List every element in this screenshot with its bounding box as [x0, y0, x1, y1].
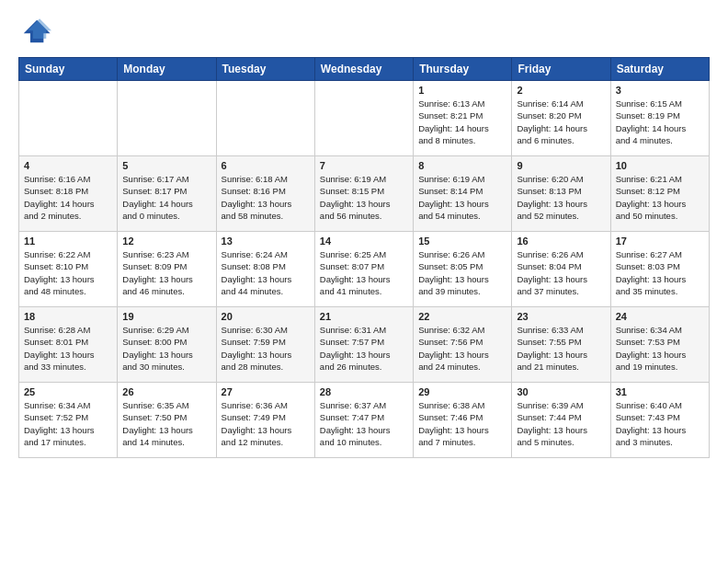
- day-number: 7: [320, 160, 408, 171]
- calendar-week-3: 11Sunrise: 6:22 AM Sunset: 8:10 PM Dayli…: [19, 232, 710, 307]
- calendar-cell: 3Sunrise: 6:15 AM Sunset: 8:19 PM Daylig…: [610, 81, 709, 156]
- calendar-cell: 17Sunrise: 6:27 AM Sunset: 8:03 PM Dayli…: [610, 232, 709, 307]
- calendar-cell: 27Sunrise: 6:36 AM Sunset: 7:49 PM Dayli…: [216, 383, 314, 458]
- day-number: 17: [616, 236, 704, 247]
- calendar-cell: [216, 81, 314, 156]
- calendar-cell: 14Sunrise: 6:25 AM Sunset: 8:07 PM Dayli…: [314, 232, 413, 307]
- day-header-saturday: Saturday: [610, 58, 709, 81]
- day-number: 9: [517, 160, 605, 171]
- day-number: 12: [122, 236, 210, 247]
- day-number: 25: [24, 386, 112, 397]
- calendar: SundayMondayTuesdayWednesdayThursdayFrid…: [18, 57, 710, 458]
- day-header-tuesday: Tuesday: [216, 58, 314, 81]
- day-header-friday: Friday: [512, 58, 610, 81]
- day-info: Sunrise: 6:29 AM Sunset: 8:00 PM Dayligh…: [122, 324, 210, 373]
- calendar-cell: 23Sunrise: 6:33 AM Sunset: 7:55 PM Dayli…: [512, 307, 610, 383]
- day-number: 20: [222, 311, 310, 322]
- day-header-thursday: Thursday: [414, 58, 512, 81]
- day-number: 26: [122, 386, 210, 397]
- day-number: 19: [122, 311, 210, 322]
- day-number: 24: [616, 311, 704, 322]
- day-info: Sunrise: 6:39 AM Sunset: 7:44 PM Dayligh…: [517, 399, 605, 448]
- day-info: Sunrise: 6:37 AM Sunset: 7:47 PM Dayligh…: [320, 399, 408, 448]
- day-info: Sunrise: 6:24 AM Sunset: 8:08 PM Dayligh…: [222, 248, 310, 297]
- day-info: Sunrise: 6:32 AM Sunset: 7:56 PM Dayligh…: [418, 324, 506, 373]
- calendar-cell: 10Sunrise: 6:21 AM Sunset: 8:12 PM Dayli…: [610, 156, 709, 232]
- calendar-cell: 29Sunrise: 6:38 AM Sunset: 7:46 PM Dayli…: [414, 383, 512, 458]
- calendar-header-row: SundayMondayTuesdayWednesdayThursdayFrid…: [19, 58, 710, 81]
- day-number: 28: [320, 386, 408, 397]
- day-number: 29: [418, 386, 506, 397]
- calendar-cell: 16Sunrise: 6:26 AM Sunset: 8:04 PM Dayli…: [512, 232, 610, 307]
- day-info: Sunrise: 6:17 AM Sunset: 8:17 PM Dayligh…: [122, 173, 210, 222]
- day-info: Sunrise: 6:26 AM Sunset: 8:04 PM Dayligh…: [517, 248, 605, 297]
- day-number: 30: [517, 386, 605, 397]
- day-number: 23: [517, 311, 605, 322]
- calendar-cell: 18Sunrise: 6:28 AM Sunset: 8:01 PM Dayli…: [19, 307, 118, 383]
- calendar-cell: 5Sunrise: 6:17 AM Sunset: 8:17 PM Daylig…: [118, 156, 216, 232]
- day-number: 11: [24, 236, 112, 247]
- day-info: Sunrise: 6:34 AM Sunset: 7:52 PM Dayligh…: [24, 399, 112, 448]
- day-info: Sunrise: 6:13 AM Sunset: 8:21 PM Dayligh…: [418, 98, 506, 146]
- day-number: 16: [517, 236, 605, 247]
- calendar-cell: 25Sunrise: 6:34 AM Sunset: 7:52 PM Dayli…: [19, 383, 118, 458]
- day-number: 27: [222, 386, 310, 397]
- day-info: Sunrise: 6:38 AM Sunset: 7:46 PM Dayligh…: [418, 399, 506, 448]
- calendar-cell: 4Sunrise: 6:16 AM Sunset: 8:18 PM Daylig…: [19, 156, 118, 232]
- calendar-week-4: 18Sunrise: 6:28 AM Sunset: 8:01 PM Dayli…: [19, 307, 710, 383]
- calendar-week-2: 4Sunrise: 6:16 AM Sunset: 8:18 PM Daylig…: [19, 156, 710, 232]
- day-info: Sunrise: 6:23 AM Sunset: 8:09 PM Dayligh…: [122, 248, 210, 297]
- calendar-cell: 1Sunrise: 6:13 AM Sunset: 8:21 PM Daylig…: [414, 81, 512, 156]
- header: [18, 15, 710, 48]
- calendar-cell: [314, 81, 413, 156]
- calendar-cell: 9Sunrise: 6:20 AM Sunset: 8:13 PM Daylig…: [512, 156, 610, 232]
- calendar-cell: [19, 81, 118, 156]
- day-number: 18: [24, 311, 112, 322]
- day-number: 22: [418, 311, 506, 322]
- day-info: Sunrise: 6:26 AM Sunset: 8:05 PM Dayligh…: [418, 248, 506, 297]
- day-info: Sunrise: 6:36 AM Sunset: 7:49 PM Dayligh…: [222, 399, 310, 448]
- day-number: 8: [418, 160, 506, 171]
- day-number: 3: [616, 85, 704, 96]
- day-info: Sunrise: 6:14 AM Sunset: 8:20 PM Dayligh…: [517, 98, 605, 146]
- calendar-cell: 12Sunrise: 6:23 AM Sunset: 8:09 PM Dayli…: [118, 232, 216, 307]
- calendar-cell: 7Sunrise: 6:19 AM Sunset: 8:15 PM Daylig…: [314, 156, 413, 232]
- day-number: 15: [418, 236, 506, 247]
- day-info: Sunrise: 6:35 AM Sunset: 7:50 PM Dayligh…: [122, 399, 210, 448]
- day-number: 1: [418, 85, 506, 96]
- day-info: Sunrise: 6:19 AM Sunset: 8:14 PM Dayligh…: [418, 173, 506, 222]
- calendar-cell: [118, 81, 216, 156]
- calendar-cell: 19Sunrise: 6:29 AM Sunset: 8:00 PM Dayli…: [118, 307, 216, 383]
- day-number: 14: [320, 236, 408, 247]
- page: SundayMondayTuesdayWednesdayThursdayFrid…: [0, 0, 728, 563]
- calendar-cell: 2Sunrise: 6:14 AM Sunset: 8:20 PM Daylig…: [512, 81, 610, 156]
- day-header-wednesday: Wednesday: [314, 58, 413, 81]
- calendar-cell: 11Sunrise: 6:22 AM Sunset: 8:10 PM Dayli…: [19, 232, 118, 307]
- calendar-cell: 31Sunrise: 6:40 AM Sunset: 7:43 PM Dayli…: [610, 383, 709, 458]
- day-info: Sunrise: 6:28 AM Sunset: 8:01 PM Dayligh…: [24, 324, 112, 373]
- calendar-cell: 30Sunrise: 6:39 AM Sunset: 7:44 PM Dayli…: [512, 383, 610, 458]
- calendar-cell: 28Sunrise: 6:37 AM Sunset: 7:47 PM Dayli…: [314, 383, 413, 458]
- day-info: Sunrise: 6:16 AM Sunset: 8:18 PM Dayligh…: [24, 173, 112, 222]
- day-info: Sunrise: 6:33 AM Sunset: 7:55 PM Dayligh…: [517, 324, 605, 373]
- day-info: Sunrise: 6:21 AM Sunset: 8:12 PM Dayligh…: [616, 173, 704, 222]
- calendar-cell: 26Sunrise: 6:35 AM Sunset: 7:50 PM Dayli…: [118, 383, 216, 458]
- day-number: 13: [222, 236, 310, 247]
- day-number: 6: [222, 160, 310, 171]
- day-info: Sunrise: 6:27 AM Sunset: 8:03 PM Dayligh…: [616, 248, 704, 297]
- day-header-sunday: Sunday: [19, 58, 118, 81]
- day-info: Sunrise: 6:19 AM Sunset: 8:15 PM Dayligh…: [320, 173, 408, 222]
- calendar-week-5: 25Sunrise: 6:34 AM Sunset: 7:52 PM Dayli…: [19, 383, 710, 458]
- day-info: Sunrise: 6:34 AM Sunset: 7:53 PM Dayligh…: [616, 324, 704, 373]
- calendar-week-1: 1Sunrise: 6:13 AM Sunset: 8:21 PM Daylig…: [19, 81, 710, 156]
- calendar-cell: 15Sunrise: 6:26 AM Sunset: 8:05 PM Dayli…: [414, 232, 512, 307]
- logo-icon: [18, 15, 51, 48]
- calendar-cell: 6Sunrise: 6:18 AM Sunset: 8:16 PM Daylig…: [216, 156, 314, 232]
- calendar-cell: 8Sunrise: 6:19 AM Sunset: 8:14 PM Daylig…: [414, 156, 512, 232]
- day-info: Sunrise: 6:30 AM Sunset: 7:59 PM Dayligh…: [222, 324, 310, 373]
- day-number: 31: [616, 386, 704, 397]
- day-number: 2: [517, 85, 605, 96]
- day-info: Sunrise: 6:25 AM Sunset: 8:07 PM Dayligh…: [320, 248, 408, 297]
- day-info: Sunrise: 6:20 AM Sunset: 8:13 PM Dayligh…: [517, 173, 605, 222]
- day-number: 5: [122, 160, 210, 171]
